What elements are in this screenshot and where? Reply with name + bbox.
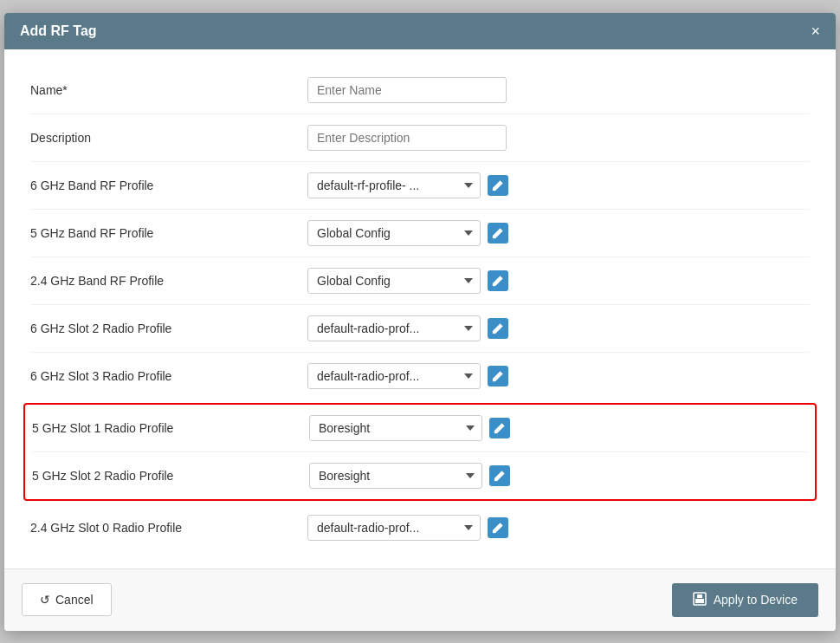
edit-icon-5ghz-slot2-radio[interactable] [489,465,510,486]
description-row: Description [30,114,810,162]
label-5ghz-slot1-radio: 5 GHz Slot 1 Radio Profile [32,421,309,435]
select-5ghz-slot2-radio[interactable]: Boresight [309,463,482,489]
regular-fields: 6 GHz Band RF Profiledefault-rf-profile-… [30,162,810,399]
edit-icon-6ghz-slot3-radio[interactable] [488,366,508,386]
control-6ghz-band-rf: default-rf-profile- ... [307,172,508,198]
cancel-icon: ↺ [40,593,50,607]
control-6ghz-slot3-radio: default-radio-prof... [307,363,508,389]
modal-title: Add RF Tag [20,23,97,39]
control-6ghz-slot2-radio: default-radio-prof... [307,315,508,341]
cancel-label: Cancel [55,593,94,607]
edit-icon-6ghz-slot2-radio[interactable] [488,318,508,339]
select-24ghz-slot0-radio[interactable]: default-radio-prof... [307,515,481,541]
description-label: Description [30,131,307,145]
apply-icon [693,592,707,608]
edit-icon-6ghz-band-rf[interactable] [488,175,508,196]
name-row: Name* [30,67,810,114]
row-6ghz-band-rf: 6 GHz Band RF Profiledefault-rf-profile-… [30,162,810,210]
label-5ghz-slot2-radio: 5 GHz Slot 2 Radio Profile [32,469,309,483]
edit-icon-24ghz-band-rf[interactable] [488,270,508,291]
edit-icon-5ghz-band-rf[interactable] [488,223,508,244]
select-6ghz-slot2-radio[interactable]: default-radio-prof... [307,315,481,341]
control-24ghz-band-rf: Global Config [307,268,508,294]
modal-footer: ↺ Cancel Apply to Device [4,568,836,631]
name-input[interactable] [307,77,507,103]
label-6ghz-slot2-radio: 6 GHz Slot 2 Radio Profile [30,322,307,335]
edit-icon-5ghz-slot1-radio[interactable] [489,418,510,438]
row-24ghz-band-rf: 2.4 GHz Band RF ProfileGlobal Config [30,257,810,305]
modal-header: Add RF Tag × [4,13,836,49]
select-6ghz-slot3-radio[interactable]: default-radio-prof... [307,363,481,389]
row-5ghz-slot2-radio: 5 GHz Slot 2 Radio ProfileBoresight [32,452,808,499]
apply-label: Apply to Device [714,593,798,607]
select-5ghz-slot1-radio[interactable]: Boresight [309,415,482,441]
row-5ghz-band-rf: 5 GHz Band RF ProfileGlobal Config [30,210,810,257]
svg-rect-1 [695,599,704,603]
row-6ghz-slot3-radio: 6 GHz Slot 3 Radio Profiledefault-radio-… [30,353,810,399]
select-24ghz-band-rf[interactable]: Global Config [307,268,481,294]
select-5ghz-band-rf[interactable]: Global Config [307,220,481,246]
add-rf-tag-modal: Add RF Tag × Name* Description 6 GHz Ban… [4,13,836,631]
label-6ghz-band-rf: 6 GHz Band RF Profile [30,179,307,192]
edit-icon-24ghz-slot0-radio[interactable] [488,517,508,538]
row-5ghz-slot1-radio: 5 GHz Slot 1 Radio ProfileBoresight [32,405,808,452]
description-control [307,125,507,151]
control-5ghz-band-rf: Global Config [307,220,508,246]
name-label: Name* [30,83,307,97]
label-24ghz-band-rf: 2.4 GHz Band RF Profile [30,274,307,288]
label-5ghz-band-rf: 5 GHz Band RF Profile [30,226,307,240]
close-button[interactable]: × [811,23,820,39]
last-field-container: 2.4 GHz Slot 0 Radio Profiledefault-radi… [30,504,810,551]
cancel-button[interactable]: ↺ Cancel [22,583,112,616]
control-5ghz-slot2-radio: Boresight [309,463,510,489]
control-5ghz-slot1-radio: Boresight [309,415,510,441]
highlighted-section: 5 GHz Slot 1 Radio ProfileBoresight 5 GH… [23,403,817,501]
row-24ghz-slot0-radio: 2.4 GHz Slot 0 Radio Profiledefault-radi… [30,504,810,551]
name-control [307,77,507,103]
svg-rect-2 [697,594,702,598]
label-6ghz-slot3-radio: 6 GHz Slot 3 Radio Profile [30,369,307,383]
modal-body: Name* Description 6 GHz Band RF Profiled… [4,49,836,568]
description-input[interactable] [307,125,507,151]
row-6ghz-slot2-radio: 6 GHz Slot 2 Radio Profiledefault-radio-… [30,305,810,353]
control-24ghz-slot0-radio: default-radio-prof... [307,515,508,541]
select-6ghz-band-rf[interactable]: default-rf-profile- ... [307,172,481,198]
apply-button[interactable]: Apply to Device [672,583,818,617]
label-24ghz-slot0-radio: 2.4 GHz Slot 0 Radio Profile [30,521,307,535]
